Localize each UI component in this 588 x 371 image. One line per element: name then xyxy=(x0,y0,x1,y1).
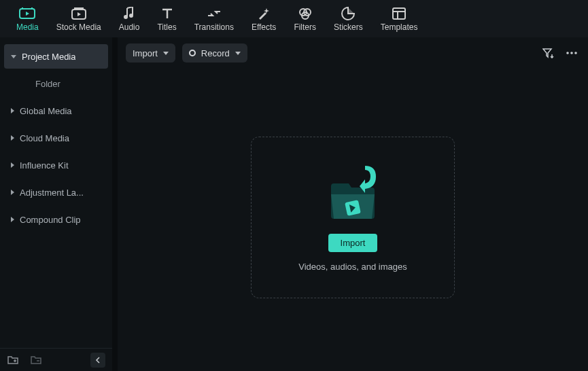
nav-transitions[interactable]: Transitions xyxy=(194,6,234,32)
sidebar-item-global-media[interactable]: Global Media xyxy=(4,99,108,123)
import-drop-zone[interactable]: Import Videos, audios, and images xyxy=(251,137,455,298)
media-icon xyxy=(19,6,35,21)
button-label: Import xyxy=(133,48,158,58)
nav-label: Stock Media xyxy=(56,22,101,32)
record-icon xyxy=(189,50,196,56)
sidebar-item-cloud-media[interactable]: Cloud Media xyxy=(4,126,108,150)
button-label: Import xyxy=(341,238,366,248)
svg-point-4 xyxy=(124,15,128,19)
record-dropdown-button[interactable]: Record xyxy=(182,43,247,63)
effects-icon xyxy=(256,6,272,21)
filter-sort-button[interactable] xyxy=(540,45,557,61)
sidebar-item-label: Cloud Media xyxy=(20,133,69,143)
drop-area: Import Videos, audios, and images xyxy=(118,63,588,371)
svg-point-5 xyxy=(129,14,133,18)
nav-label: Filters xyxy=(294,22,316,32)
nav-label: Media xyxy=(16,22,39,32)
nav-titles[interactable]: Titles xyxy=(157,6,176,32)
svg-rect-1 xyxy=(22,7,23,10)
button-label: Record xyxy=(201,48,230,58)
import-dropdown-button[interactable]: Import xyxy=(126,43,175,63)
nav-media[interactable]: Media xyxy=(16,6,39,32)
caret-right-icon xyxy=(11,190,14,195)
chevron-down-icon xyxy=(163,52,169,55)
sidebar-item-label: Influence Kit xyxy=(20,160,69,171)
sidebar-item-project-media[interactable]: Project Media xyxy=(4,44,108,69)
sidebar-footer xyxy=(0,348,112,371)
sidebar-list: Project Media Folder Global Media Cloud … xyxy=(0,37,112,348)
collapse-sidebar-button[interactable] xyxy=(90,353,105,368)
chevron-down-icon xyxy=(235,52,241,55)
nav-templates[interactable]: Templates xyxy=(381,6,418,32)
nav-label: Transitions xyxy=(194,22,234,32)
stickers-icon xyxy=(340,6,356,21)
folder-illustration xyxy=(319,163,387,224)
sidebar-item-adjustment-layer[interactable]: Adjustment La... xyxy=(4,180,108,205)
nav-effects[interactable]: Effects xyxy=(252,6,276,32)
sidebar-item-label: Global Media xyxy=(20,106,72,116)
caret-right-icon xyxy=(11,162,14,168)
sidebar-item-label: Project Media xyxy=(22,52,75,62)
templates-icon xyxy=(391,6,407,21)
sidebar: Project Media Folder Global Media Cloud … xyxy=(0,37,112,371)
delete-folder-button[interactable] xyxy=(30,354,42,366)
nav-label: Titles xyxy=(157,22,176,32)
nav-label: Stickers xyxy=(334,22,363,32)
content-toolbar: Import Record xyxy=(118,37,588,63)
top-nav: Media Stock Media Audio Titles Transitio… xyxy=(0,0,588,37)
nav-stock-media[interactable]: Stock Media xyxy=(56,6,101,32)
nav-audio[interactable]: Audio xyxy=(119,6,140,32)
svg-rect-9 xyxy=(393,8,405,19)
content-area: Import Record xyxy=(118,37,588,371)
nav-label: Audio xyxy=(119,22,140,32)
sidebar-item-label: Compound Clip xyxy=(20,215,81,225)
sidebar-subitem-folder[interactable]: Folder xyxy=(4,71,108,96)
svg-point-12 xyxy=(574,52,577,54)
audio-icon xyxy=(121,6,137,21)
more-options-button[interactable] xyxy=(564,45,580,61)
sidebar-item-influence-kit[interactable]: Influence Kit xyxy=(4,153,108,177)
nav-label: Templates xyxy=(381,22,418,32)
caret-right-icon xyxy=(11,217,14,222)
sidebar-item-compound-clip[interactable]: Compound Clip xyxy=(4,207,108,232)
import-button[interactable]: Import xyxy=(328,234,378,252)
svg-point-11 xyxy=(570,52,573,54)
main: Project Media Folder Global Media Cloud … xyxy=(0,37,588,371)
nav-stickers[interactable]: Stickers xyxy=(334,6,363,32)
caret-right-icon xyxy=(11,108,14,113)
caret-right-icon xyxy=(11,135,14,141)
nav-label: Effects xyxy=(252,22,276,32)
sidebar-item-label: Adjustment La... xyxy=(20,188,84,198)
filters-icon xyxy=(297,6,313,21)
nav-filters[interactable]: Filters xyxy=(294,6,316,32)
caret-down-icon xyxy=(11,55,16,58)
drop-hint-text: Videos, audios, and images xyxy=(298,262,407,272)
sidebar-item-label: Folder xyxy=(35,79,60,89)
svg-point-10 xyxy=(566,52,569,54)
stock-media-icon xyxy=(71,6,87,21)
new-folder-button[interactable] xyxy=(7,354,19,366)
titles-icon xyxy=(159,6,175,21)
transitions-icon xyxy=(206,6,222,21)
svg-rect-2 xyxy=(31,7,33,10)
